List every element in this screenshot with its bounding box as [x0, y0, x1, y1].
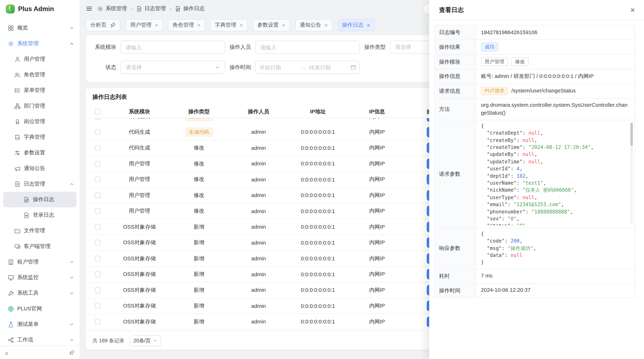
pin-sidebar-icon[interactable] [68, 350, 74, 356]
screen-icon [7, 274, 14, 281]
filter-module-group: 系统模块 [92, 40, 225, 54]
breadcrumb-item-log-management[interactable]: 日志管理 [136, 5, 166, 12]
sidebar-item-login-log[interactable]: 登录日志 [0, 207, 80, 223]
tab-param-settings[interactable]: 参数设置× [253, 19, 290, 31]
breadcrumb-item-system-management[interactable]: 系统管理 [97, 5, 127, 12]
row-checkbox[interactable] [95, 161, 100, 166]
sidebar-item-label: 菜单管理 [24, 86, 74, 94]
column-header-ipinfo: IP信息 [348, 108, 406, 115]
close-tab-icon[interactable]: × [197, 22, 200, 28]
tab-label: 用户管理 [130, 21, 152, 29]
chevron-down-icon [215, 65, 220, 69]
row-checkbox[interactable] [95, 118, 100, 119]
cell-ip-address: 0:0:0:0:0:0:0:1 [288, 287, 348, 293]
start-date-input[interactable] [260, 64, 297, 70]
cell-module: OSS对象存储 [110, 239, 169, 246]
code-line: "msg": "操作成功", [481, 245, 630, 252]
scrollbar-thumb[interactable] [630, 123, 633, 146]
cell-ip-address: 0:0:0:0:0:0:0:1 [288, 161, 348, 167]
sidebar-item-client-management[interactable]: 客户端管理 [0, 239, 80, 254]
row-checkbox[interactable] [95, 192, 100, 198]
page-size-select[interactable]: 20条/页 [130, 335, 161, 346]
filter-status-select[interactable]: 请选择 [120, 61, 225, 74]
cell-operation-type: 新增 [169, 223, 229, 230]
sidebar-item-file-management[interactable]: 文件管理 [0, 223, 80, 239]
tab-operation-log[interactable]: 操作日志× [338, 19, 374, 31]
sidebar-item-tenant-management[interactable]: 租户管理 [0, 254, 80, 270]
sidebar-item-post-management[interactable]: 岗位管理 [0, 114, 80, 129]
row-checkbox[interactable] [95, 145, 100, 151]
sidebar-item-log-management[interactable]: 日志管理 [0, 176, 80, 192]
tab-label: 角色管理 [173, 21, 194, 29]
tab-label: 操作日志 [342, 21, 363, 29]
hamburger-menu-icon[interactable] [86, 5, 92, 12]
row-checkbox[interactable] [95, 129, 100, 135]
row-checkbox[interactable] [95, 303, 100, 309]
checkbox-cell [86, 240, 110, 246]
total-records-text: 共 189 条记录 [92, 337, 124, 344]
field-value-operate-time: 2024-10-06 12:20:37 [476, 284, 634, 298]
sidebar-item-plus-website[interactable]: PLUS官网 [0, 301, 80, 317]
row-checkbox[interactable] [95, 256, 100, 261]
cell-module: OSS对象存储 [110, 318, 169, 325]
sidebar-item-user-management[interactable]: 用户管理 [0, 51, 80, 67]
sidebar-item-dict-management[interactable]: 字典管理 [0, 129, 80, 145]
sidebar-item-workflow[interactable]: 工作流 [0, 332, 80, 346]
doc-icon [136, 6, 142, 11]
close-tab-icon[interactable]: × [324, 22, 328, 28]
sidebar-item-menu-management[interactable]: 菜单管理 [0, 82, 80, 98]
filter-module-input[interactable] [120, 40, 225, 54]
cell-operation-type: 新增 [169, 239, 229, 246]
breadcrumb-separator: › [130, 5, 132, 12]
sidebar-item-label: 租户管理 [17, 258, 66, 266]
breadcrumb-item-operation-log[interactable]: 操作日志 [175, 5, 205, 12]
sidebar-item-notice[interactable]: 通知公告 [0, 161, 80, 176]
cell-ip-info: 内网IP [348, 176, 406, 183]
field-cost-time: 耗时7 ms [435, 269, 634, 283]
app-logo[interactable]: Plus Admin [0, 0, 80, 18]
gear-icon [7, 40, 14, 47]
close-tab-icon[interactable]: × [367, 22, 370, 28]
tab-notice[interactable]: 通知公告× [295, 19, 332, 31]
sidebar-item-overview[interactable]: 概览 [0, 20, 80, 35]
field-module: 操作模块用户管理修改 [435, 54, 634, 69]
row-checkbox[interactable] [95, 319, 100, 325]
filter-time-range[interactable]: → [255, 61, 360, 74]
column-header-mod: 系统模块 [110, 108, 169, 115]
row-checkbox[interactable] [95, 177, 100, 182]
row-checkbox[interactable] [95, 240, 100, 246]
row-checkbox[interactable] [95, 271, 100, 277]
field-value-cost-time: 7 ms [476, 269, 634, 283]
sidebar-item-system-management[interactable]: 系统管理 [0, 36, 80, 51]
range-arrow: → [301, 64, 306, 70]
collapse-sidebar-button[interactable]: « [5, 350, 8, 356]
sidebar-item-param-settings[interactable]: 参数设置 [0, 145, 80, 160]
sidebar-item-dept-management[interactable]: 部门管理 [0, 98, 80, 114]
tab-user-management[interactable]: 用户管理× [126, 19, 163, 31]
filter-operator-input[interactable] [255, 40, 360, 54]
row-checkbox[interactable] [95, 208, 100, 214]
scrollbar-track[interactable] [630, 123, 633, 224]
tab-analysis[interactable]: 分析页 [86, 19, 120, 31]
checkbox-cell [86, 256, 110, 261]
sidebar: Plus Admin 概览系统管理用户管理角色管理菜单管理部门管理岗位管理字典管… [0, 0, 80, 359]
column-header-type: 操作类型 [169, 108, 229, 115]
close-tab-icon[interactable]: × [282, 22, 285, 28]
sidebar-item-test-menu[interactable]: 测试菜单 [0, 317, 80, 332]
sidebar-item-operation-log[interactable]: 操作日志 [3, 192, 76, 207]
tab-role-management[interactable]: 角色管理× [168, 19, 205, 31]
select-all-checkbox[interactable] [95, 108, 100, 114]
end-date-input[interactable] [309, 64, 347, 70]
sidebar-item-role-management[interactable]: 角色管理 [0, 67, 80, 82]
sidebar-item-system-tools[interactable]: 系统工具 [0, 285, 80, 301]
close-icon[interactable]: × [630, 6, 635, 14]
code-line: "sex": "0", [481, 215, 630, 223]
close-tab-icon[interactable]: × [240, 22, 243, 28]
row-checkbox[interactable] [95, 287, 100, 293]
tab-dict-management[interactable]: 字典管理× [210, 19, 248, 31]
sidebar-item-system-monitor[interactable]: 系统监控 [0, 270, 80, 285]
row-checkbox[interactable] [95, 224, 100, 230]
code-line: { [481, 123, 630, 130]
close-tab-icon[interactable]: × [155, 22, 158, 28]
breadcrumb-label: 系统管理 [106, 5, 127, 12]
